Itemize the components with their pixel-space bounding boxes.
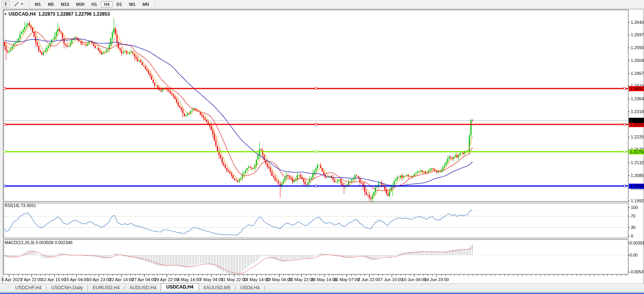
price-axis-tick-label: 1.19920 xyxy=(631,198,644,203)
chart-tab-xauusd-m5[interactable]: XAUUSD,M5 xyxy=(199,285,235,291)
chart-tab-usdcad-h4[interactable]: USDCAD,H4 xyxy=(161,283,199,291)
time-axis-label: 2 Jun 22:00 xyxy=(358,277,380,282)
diagonal-arrows-icon xyxy=(14,2,20,7)
time-axis-label: 14 May 14:00 xyxy=(243,277,269,282)
time-axis-label: 31 May 07:00 xyxy=(334,277,360,282)
timeframe-button-m5[interactable]: M5 xyxy=(45,1,57,7)
toolbar: T ▼ M1M5M15M30H1H4D1W1MN xyxy=(0,0,644,9)
rsi-indicator-label: RSI(14) 73.9551 xyxy=(5,203,36,208)
macd-axis-tick-label: 0.00 xyxy=(630,253,637,257)
rsi-axis-tick-label: 100 xyxy=(631,205,638,210)
axis-labels-overlay: 1.264301.259701.255001.250401.245701.241… xyxy=(0,0,644,294)
time-axis-label: 19 May 04:00 xyxy=(266,277,292,282)
chart-tab-usdcnh-daily[interactable]: USDCNH,Daily xyxy=(47,285,87,291)
price-axis-tick-label: 1.25040 xyxy=(631,58,644,63)
price-axis-tick-label: 1.25500 xyxy=(631,45,644,50)
chart-tab-audusd-h4[interactable]: AUDUSD,H4 xyxy=(125,285,160,291)
price-axis-tick-label: 1.25970 xyxy=(631,32,644,37)
crosshair-arrows-tool-button[interactable]: ▼ xyxy=(14,2,24,7)
rsi-axis-tick-label: 70 xyxy=(631,214,635,218)
time-axis-label: 5 Apr 2021 xyxy=(2,277,22,282)
time-axis-label: 29 Apr 22:00 xyxy=(154,277,178,282)
time-axis-label: 7 May 04:00 xyxy=(200,277,223,282)
macd-axis-tick-label: 0.003936 xyxy=(630,241,644,245)
timeframe-button-mn[interactable]: MN xyxy=(139,1,152,7)
timeframe-button-h4[interactable]: H4 xyxy=(101,1,113,7)
tab-separator: | xyxy=(264,285,265,290)
price-level-tag: 1.24013 xyxy=(629,86,644,91)
toolbar-grip xyxy=(28,2,29,7)
time-axis-label: 26 May 14:00 xyxy=(311,277,337,282)
timeframe-button-d1[interactable]: D1 xyxy=(113,1,125,7)
timeframe-button-m15[interactable]: M15 xyxy=(58,1,72,7)
price-axis-tick-label: 1.20850 xyxy=(631,173,644,178)
chart-tab-bar: USDCHF,H4|USDCNH,Daily|EURUSD,H4|AUDUSD,… xyxy=(0,283,644,291)
macd-axis-tick-label: -0.00547 xyxy=(630,269,644,274)
time-axis-label: 7 Jun 15:00 xyxy=(380,277,403,282)
timeframe-button-w1[interactable]: W1 xyxy=(126,1,139,7)
chart-title-ohlc: 1.22873 1.22887 1.22796 1.22853 xyxy=(39,11,110,17)
time-axis-label: 15 Apr 04:00 xyxy=(64,277,88,282)
time-axis-label: 27 Apr 04:00 xyxy=(132,277,156,282)
price-level-tag: 1.20456 xyxy=(629,184,644,189)
price-axis-tick-label: 1.23640 xyxy=(631,96,644,101)
price-axis-tick-label: 1.23180 xyxy=(631,109,644,114)
time-axis-label: 7 Apr 22:00 xyxy=(21,277,42,282)
price-axis-tick-label: 1.21320 xyxy=(631,160,644,165)
collapse-triangle-icon[interactable]: ▼ xyxy=(4,12,7,16)
price-axis-tick-label: 1.24570 xyxy=(631,71,644,76)
timeframe-button-m1[interactable]: M1 xyxy=(32,1,44,7)
mt4-terminal: T ▼ M1M5M15M30H1H4D1W1MN ▼USDCAD,H4 1.22… xyxy=(0,0,644,294)
time-axis-label: 19 Apr 23:00 xyxy=(87,277,111,282)
timeframe-button-h1[interactable]: H1 xyxy=(88,1,100,7)
macd-indicator-label: MACD(12,26,9) 0.003508 0.002346 xyxy=(5,240,72,245)
time-axis-label: 12 Apr 15:00 xyxy=(42,277,66,282)
time-axis-label: 22 Apr 14:00 xyxy=(109,277,134,282)
timeframe-button-m30[interactable]: M30 xyxy=(73,1,88,7)
timeframe-buttons: M1M5M15M30H1H4D1W1MN xyxy=(32,1,153,7)
chart-tab-eurusd-h4[interactable]: EURUSD,H4 xyxy=(88,285,124,291)
text-tool-button[interactable]: T xyxy=(2,1,10,7)
chart-title: ▼USDCAD,H4 1.22873 1.22887 1.22796 1.228… xyxy=(4,11,110,17)
time-axis-label: 4 May 14:00 xyxy=(177,277,201,282)
rsi-axis-tick-label: 0 xyxy=(631,234,633,238)
time-axis-label: 11 May 22:00 xyxy=(221,277,247,282)
rsi-axis-tick-label: 30 xyxy=(631,225,635,230)
chart-title-symbol: USDCAD,H4 xyxy=(9,11,36,17)
time-axis-label: 14 Jun 23:00 xyxy=(424,277,449,282)
chart-tab-usdchf-h4[interactable]: USDCHF,H4 xyxy=(11,285,46,291)
current-price-tag: 1.22853 xyxy=(629,118,644,123)
toolbar-separator xyxy=(155,1,155,7)
time-axis-label: 10 Jun 04:00 xyxy=(402,277,427,282)
time-axis-label: 21 May 22:00 xyxy=(289,277,315,282)
price-axis-tick-label: 1.26430 xyxy=(631,20,644,25)
price-level-tag: 1.21704 xyxy=(629,149,644,154)
chart-tab-usoil-h4[interactable]: USOil,H4 xyxy=(236,285,264,291)
dropdown-caret-icon: ▼ xyxy=(21,2,24,6)
price-axis-tick-label: 1.22250 xyxy=(631,135,644,139)
